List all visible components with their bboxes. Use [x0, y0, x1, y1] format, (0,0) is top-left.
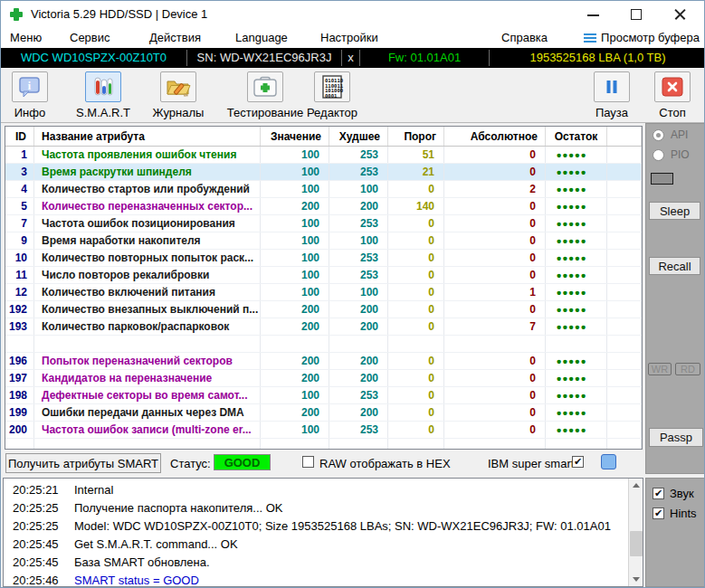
testing-label: Тестирование — [227, 106, 303, 119]
table-row[interactable]: 193Количество парковок/распарковок200200… — [5, 318, 642, 336]
table-row[interactable]: 4Количество стартов или пробуждений10010… — [5, 181, 642, 198]
table-row[interactable]: 10Количество повторных попыток раск...10… — [5, 250, 642, 267]
log-entry: 20:25:45База SMART обновлена. — [4, 554, 627, 572]
hints-checkbox-row[interactable]: ✔ Hints — [653, 507, 697, 520]
api-radio-label: API — [671, 128, 688, 141]
log-scrollbar[interactable] — [628, 479, 643, 586]
smart-attributes-table: ID Название атрибута Значение Худшее Пор… — [5, 126, 643, 450]
scroll-up-icon[interactable] — [629, 479, 643, 492]
stop-label: Стоп — [659, 106, 685, 119]
table-row[interactable]: 12Количество включений питания10010001••… — [5, 284, 642, 301]
scrollbar-thumb[interactable] — [630, 531, 643, 556]
editor-label: Редактор — [307, 106, 357, 119]
device-model[interactable]: WDC WD10SPZX-00Z10T0 — [1, 48, 186, 68]
device-info-bar: WDC WD10SPZX-00Z10T0 SN: WD-WX21EC96JR3J… — [1, 48, 704, 68]
table-row[interactable]: 7Частота ошибок позиционирования10025300… — [5, 215, 642, 232]
radio-icon — [653, 129, 664, 141]
menu-item[interactable]: Справка — [501, 31, 548, 44]
log-entry: 20:25:25Получение паспорта накопителя...… — [4, 499, 627, 517]
col-absolute[interactable]: Абсолютное — [444, 127, 546, 146]
raw-hex-checkbox[interactable] — [302, 456, 314, 468]
app-green-cross-icon — [9, 7, 24, 22]
serial-close-button[interactable]: x — [342, 48, 359, 68]
rd-button[interactable]: RD — [675, 363, 700, 375]
smart-button[interactable]: S.M.A.R.T — [68, 71, 138, 119]
device-serial[interactable]: SN: WD-WX21EC96JR3J — [187, 48, 341, 68]
col-worst[interactable]: Худшее — [329, 127, 388, 146]
col-attribute-name[interactable]: Название атрибута — [34, 127, 261, 146]
passp-button[interactable]: Passp — [649, 428, 703, 447]
hints-label: Hints — [670, 507, 697, 520]
hints-checkbox[interactable]: ✔ — [653, 507, 664, 519]
wr-button[interactable]: WR — [648, 363, 672, 375]
get-smart-attributes-button[interactable]: Получить атрибуты SMART — [5, 453, 161, 473]
table-row[interactable]: 5Количество переназначенных сектор...200… — [5, 198, 642, 215]
binary-editor-icon: 010110 110011 101000 0001 — [314, 71, 350, 102]
testing-button[interactable]: Тестирование — [218, 71, 312, 119]
table-row[interactable]: 198Дефектные секторы во время самот...10… — [5, 387, 642, 404]
table-row[interactable]: 11Число повторов рекалибровки10025300•••… — [5, 267, 642, 284]
toolbar: i Инфо S.M.A.R.T — [1, 68, 704, 123]
buffer-list-icon — [584, 33, 596, 43]
table-header: ID Название атрибута Значение Худшее Пор… — [5, 127, 642, 147]
device-firmware[interactable]: Fw: 01.01A01 — [360, 48, 489, 68]
first-aid-kit-icon — [247, 71, 283, 102]
color-swatch[interactable] — [601, 454, 616, 469]
log-entry: 20:25:21Internal — [4, 481, 627, 499]
info-bubble-icon: i — [12, 71, 48, 102]
maximize-button[interactable] — [616, 1, 657, 28]
col-threshold[interactable]: Порог — [388, 127, 444, 146]
editor-button[interactable]: 010110 110011 101000 0001 Редактор — [300, 71, 365, 119]
device-capacity[interactable]: 1953525168 LBA (1,0 TB) — [490, 48, 705, 68]
table-row[interactable]: 9Время наработки накопителя10010000••••• — [5, 232, 642, 250]
minimize-button[interactable] — [573, 1, 614, 28]
menu-item[interactable]: Сервис — [70, 31, 110, 44]
test-tubes-icon — [85, 71, 121, 102]
api-radio[interactable]: API — [653, 128, 688, 141]
col-id[interactable]: ID — [5, 127, 34, 146]
recall-button[interactable]: Recall — [649, 257, 700, 275]
stop-button[interactable]: Стоп — [649, 71, 696, 119]
sleep-button[interactable]: Sleep — [649, 202, 700, 220]
raw-hex-label: RAW отображать в HEX — [319, 457, 451, 470]
sound-checkbox-row[interactable]: ✔ Звук — [653, 487, 694, 500]
log-panel: 20:25:21Internal20:25:25Получение паспор… — [3, 478, 643, 587]
table-row[interactable] — [5, 336, 642, 353]
col-value[interactable]: Значение — [261, 127, 329, 146]
status-bar: Получить атрибуты SMART Статус: GOOD RAW… — [1, 450, 643, 478]
pio-radio-label: PIO — [671, 148, 690, 161]
status-badge: GOOD — [214, 454, 271, 470]
pio-radio[interactable]: PIO — [653, 148, 690, 161]
pause-button[interactable]: Пауза — [589, 71, 634, 119]
radio-icon — [653, 149, 664, 161]
indicator-box — [651, 173, 673, 185]
table-row[interactable]: 3Время раскрутки шпинделя100253210••••• — [5, 164, 642, 181]
minimize-icon — [587, 14, 599, 16]
table-row[interactable]: 200Частота ошибок записи (multi-zone er.… — [5, 422, 642, 439]
ibm-super-smart-checkbox[interactable]: ✔ — [572, 456, 584, 468]
info-button[interactable]: i Инфо — [10, 71, 50, 119]
pause-label: Пауза — [595, 106, 628, 119]
table-row[interactable]: 199Ошибки передачи данных через DMA20020… — [5, 404, 642, 422]
table-row[interactable]: 192Количество внезапных выключений п...2… — [5, 301, 642, 318]
logs-button[interactable]: Журналы — [148, 71, 208, 119]
table-row[interactable]: 1Частота проявления ошибок чтения1002535… — [5, 147, 642, 164]
menu-bar: МенюСервисДействияLanguageНастройкиСправ… — [1, 28, 704, 48]
log-entry: 20:25:25Model: WDC WD10SPZX-00Z10T0; Siz… — [4, 517, 627, 536]
table-row[interactable]: 196Попыток переназначений секторов200200… — [5, 353, 642, 370]
table-row[interactable]: 197Кандидатов на переназначение20020000•… — [5, 370, 642, 387]
close-button[interactable] — [660, 1, 700, 28]
sound-checkbox[interactable]: ✔ — [653, 488, 664, 499]
scroll-down-icon[interactable] — [629, 573, 643, 586]
menu-item[interactable]: Настройки — [320, 31, 378, 44]
smart-table-body: 1Частота проявления ошибок чтения1002535… — [5, 147, 642, 449]
buffer-view-button[interactable]: Просмотр буфера — [584, 31, 700, 44]
maximize-icon — [631, 9, 642, 20]
logs-label: Журналы — [153, 106, 205, 119]
svg-text:0001: 0001 — [325, 93, 338, 99]
log-entry: 20:25:46SMART status = GOOD — [4, 572, 627, 586]
menu-item[interactable]: Language — [235, 31, 288, 44]
menu-item[interactable]: Действия — [149, 31, 201, 44]
menu-item[interactable]: Меню — [10, 31, 42, 44]
col-remain[interactable]: Остаток — [546, 127, 607, 146]
